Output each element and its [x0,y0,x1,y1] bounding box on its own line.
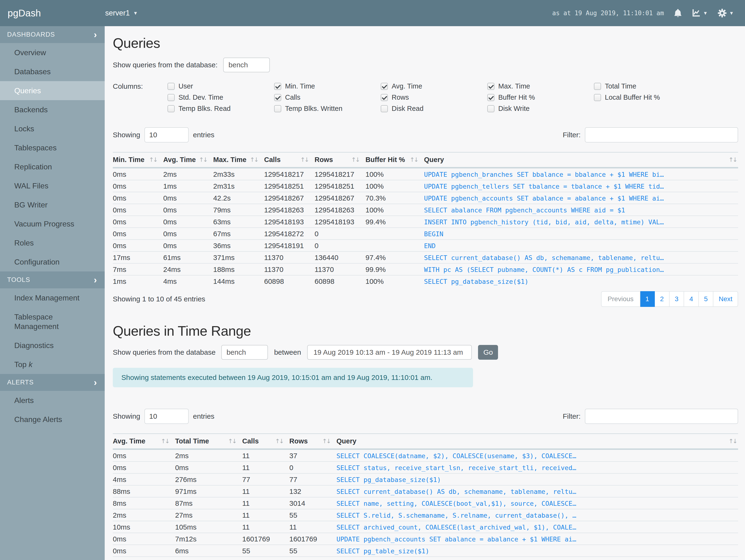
checkbox-checked-icon[interactable] [487,83,494,90]
charts-menu[interactable]: ▼ [692,9,708,18]
checkbox-unchecked-icon[interactable] [594,83,601,90]
sidebar-item-tablespaces[interactable]: Tablespaces [0,138,105,157]
notifications-bell-icon[interactable] [674,8,682,18]
column-checkbox[interactable]: Min. Time [274,82,381,90]
col-header-calls[interactable]: Calls↑↓ [264,152,315,168]
query-link[interactable]: SELECT pg_table_size($1) [336,548,429,555]
pagination-previous[interactable]: Previous [601,291,640,307]
pagination-page-3[interactable]: 3 [670,291,684,307]
sidebar-item-index-management[interactable]: Index Management [0,288,105,307]
query-link[interactable]: SELECT status, receive_start_lsn, receiv… [336,464,576,471]
column-checkbox[interactable]: Rows [381,94,487,101]
query-link[interactable]: SELECT abalance FROM pgbench_accounts WH… [424,206,625,214]
col-header-query[interactable]: Query↑↓ [424,152,738,168]
go-button[interactable]: Go [478,345,498,360]
col-header-calls[interactable]: Calls↑↓ [242,434,289,449]
sidebar-item-roles[interactable]: Roles [0,233,105,253]
sidebar-item-overview[interactable]: Overview [0,43,105,62]
query-link[interactable]: INSERT INTO pgbench_history (tid, bid, a… [424,219,664,226]
sidebar-item-vacuum-progress[interactable]: Vacuum Progress [0,215,105,233]
sidebar-item-wal-files[interactable]: WAL Files [0,176,105,195]
app-logo[interactable]: pgDash [0,8,105,19]
database-select[interactable]: bench [223,58,270,72]
col-header-avg-time[interactable]: Avg. Time↑↓ [163,152,213,168]
query-link[interactable]: SELECT pg_database_size($1) [336,476,441,484]
column-checkbox[interactable]: Max. Time [487,82,594,90]
sidebar-item-replication[interactable]: Replication [0,157,105,176]
server-dropdown[interactable]: server1 ▼ [105,9,138,18]
sidebar-section-tools[interactable]: TOOLS › [0,271,105,288]
settings-gear-menu[interactable]: ▼ [718,8,734,18]
sidebar-section-dashboards[interactable]: DASHBOARDS › [0,26,105,43]
query-link[interactable]: UPDATE pgbench_tellers SET tbalance = tb… [424,183,664,190]
query-link[interactable]: SELECT COALESCE(datname, $2), COALESCE(u… [336,452,576,460]
checkbox-checked-icon[interactable] [274,94,281,101]
sidebar-item-bg-writer[interactable]: BG Writer [0,195,105,215]
checkbox-checked-icon[interactable] [274,83,281,90]
checkbox-unchecked-icon[interactable] [594,94,601,101]
column-checkbox[interactable]: Temp Blks. Read [167,105,274,112]
sidebar-item-change-alerts[interactable]: Change Alerts [0,410,105,429]
column-checkbox[interactable]: Buffer Hit % [487,94,594,101]
sidebar-item-alerts[interactable]: Alerts [0,391,105,410]
checkbox-unchecked-icon[interactable] [167,94,175,101]
sidebar-item-queries[interactable]: Queries [0,81,105,100]
sidebar-section-alerts[interactable]: ALERTS › [0,374,105,391]
query-link[interactable]: SELECT archived_count, COALESCE(last_arc… [336,524,576,531]
date-range-input[interactable]: 19 Aug 2019 10:13 am - 19 Aug 2019 11:13… [307,345,472,360]
checkbox-checked-icon[interactable] [381,94,388,101]
pagination-next[interactable]: Next [713,291,738,307]
filter-input[interactable] [585,409,738,424]
pagination-page-1[interactable]: 1 [640,291,655,307]
sidebar-item-top-k[interactable]: Top k [0,355,105,374]
pagination-page-2[interactable]: 2 [655,291,670,307]
time-range-database-select[interactable]: bench [221,345,268,360]
query-link[interactable]: SELECT current_database() AS db, scheman… [336,488,576,495]
col-header-query[interactable]: Query↑↓ [336,434,738,449]
checkbox-unchecked-icon[interactable] [381,105,388,112]
col-header-avg-time[interactable]: Avg. Time↑↓ [113,434,175,449]
checkbox-checked-icon[interactable] [381,83,388,90]
column-checkbox[interactable]: Total Time [594,82,701,90]
col-header-rows[interactable]: Rows↑↓ [289,434,336,449]
query-link[interactable]: SELECT current_database() AS db, scheman… [424,254,664,261]
column-checkbox[interactable]: Disk Read [381,105,487,112]
checkbox-unchecked-icon[interactable] [487,105,494,112]
query-link[interactable]: SELECT S.relid, S.schemaname, S.relname,… [336,512,576,519]
checkbox-unchecked-icon[interactable] [167,105,175,112]
checkbox-unchecked-icon[interactable] [167,83,175,90]
column-checkbox[interactable]: User [167,82,274,90]
query-link[interactable]: END [424,242,436,250]
column-checkbox[interactable]: Avg. Time [381,82,487,90]
entries-count-input[interactable] [144,409,189,424]
column-checkbox[interactable]: Temp Blks. Written [274,105,381,112]
sidebar-item-tablespace-management[interactable]: Tablespace Management [0,307,105,336]
query-link[interactable]: WITH pc AS (SELECT pubname, COUNT(*) AS … [424,266,664,273]
column-checkbox[interactable]: Local Buffer Hit % [594,94,701,101]
pagination-page-4[interactable]: 4 [684,291,699,307]
checkbox-checked-icon[interactable] [487,94,494,101]
sidebar-item-configuration[interactable]: Configuration [0,253,105,271]
col-header-total-time[interactable]: Total Time↑↓ [175,434,242,449]
column-checkbox[interactable]: Calls [274,94,381,101]
sidebar-item-diagnostics[interactable]: Diagnostics [0,336,105,355]
query-link[interactable]: UPDATE pgbench_accounts SET abalance = a… [336,535,576,543]
pagination-page-5[interactable]: 5 [699,291,714,307]
query-link[interactable]: UPDATE pgbench_branches SET bbalance = b… [424,171,664,178]
query-link[interactable]: BEGIN [424,230,443,238]
filter-input[interactable] [585,127,738,142]
col-header-rows[interactable]: Rows↑↓ [315,152,365,168]
sidebar-item-locks[interactable]: Locks [0,119,105,138]
column-checkbox[interactable]: Disk Write [487,105,594,112]
query-link[interactable]: SELECT name, setting, COALESCE(boot_val,… [336,500,576,507]
col-header-buffer-hit[interactable]: Buffer Hit %↑↓ [365,152,424,168]
column-checkbox[interactable]: Std. Dev. Time [167,94,274,101]
sidebar-item-databases[interactable]: Databases [0,62,105,81]
query-link[interactable]: SELECT pg_database_size($1) [424,278,528,285]
col-header-max-time[interactable]: Max. Time↑↓ [213,152,264,168]
sidebar-item-backends[interactable]: Backends [0,100,105,119]
col-header-min-time[interactable]: Min. Time↑↓ [113,152,163,168]
checkbox-unchecked-icon[interactable] [274,105,281,112]
entries-count-input[interactable] [144,127,189,142]
query-link[interactable]: UPDATE pgbench_accounts SET abalance = a… [424,195,664,202]
